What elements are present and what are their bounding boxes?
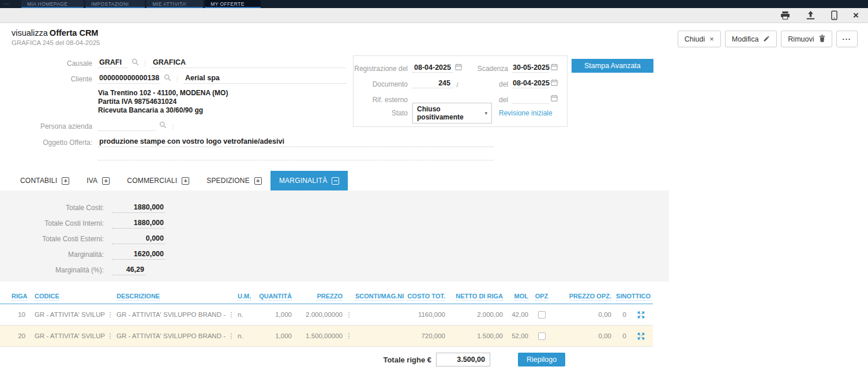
causale-label: Causale (12, 59, 92, 68)
calendar-icon[interactable] (551, 95, 558, 103)
rimuovi-button[interactable]: Rimuovi (781, 31, 832, 47)
rif-esterno-date-field[interactable] (513, 103, 548, 104)
col-header-codice[interactable]: CODICE (28, 290, 106, 304)
browser-menu-icon[interactable]: ⋯ (3, 0, 10, 8)
causale-code-field[interactable]: GRAFI (98, 58, 128, 68)
totale-righe-value: 3.500,00 (436, 353, 490, 366)
stampa-avanzata-button[interactable]: Stampa Avanzata (572, 59, 653, 73)
documento-number-field[interactable]: 245 (412, 79, 453, 88)
totale-costi-value: 1880,000 (112, 203, 165, 213)
chiudi-button[interactable]: Chiudi × (678, 31, 721, 47)
browser-tab-homepage[interactable]: MIA HOMEPAGE (21, 0, 84, 8)
pencil-icon (763, 35, 770, 43)
cell-sinottico-action (629, 304, 653, 326)
col-header-netto-di-riga[interactable]: NETTO DI RIGA (448, 290, 505, 304)
field-separator-icon: ⋮ (170, 124, 176, 130)
print-icon[interactable] (780, 11, 790, 20)
search-icon[interactable] (159, 121, 167, 130)
revisione-iniziale-link[interactable]: Revisione iniziale (499, 109, 553, 117)
registrazione-date-field[interactable]: 08-04-2025 (412, 63, 453, 73)
expand-icon[interactable] (637, 311, 645, 319)
field-separator-icon: ⋮ (174, 76, 181, 83)
scadenza-date-field[interactable]: 30-05-2025 (513, 63, 548, 73)
col-header-mol[interactable]: MOL (505, 290, 531, 304)
upload-icon[interactable] (806, 11, 816, 20)
row-handle-icon[interactable]: ⋮ (106, 326, 114, 347)
page-header: visualizzaOfferta CRM GRAFICA 245 del 08… (0, 23, 868, 51)
col-header-descrizione[interactable]: DESCRIZIONE (114, 290, 227, 304)
col-header-opz[interactable]: OPZ (531, 290, 553, 304)
page-subtitle: GRAFICA 245 del 08-04-2025 (12, 39, 100, 46)
riepilogo-button[interactable]: Riepilogo (518, 353, 565, 366)
browser-tab-attivita[interactable]: MIE ATTIVITA' (146, 0, 203, 8)
causale-description-field[interactable]: GRAFICA (152, 58, 345, 68)
table-row[interactable]: 20 GR - ATTIVITA' SVILUP ⋮ GR - ATTIVITA… (0, 326, 653, 347)
col-header-spacer (227, 290, 235, 304)
tab-label: COMMERCIALI (127, 177, 177, 185)
cliente-description-field[interactable]: Aerial spa (184, 74, 347, 84)
cell-quantita: 1,000 (254, 326, 294, 347)
expand-icon[interactable] (637, 332, 645, 340)
mobile-icon[interactable] (831, 10, 837, 20)
browser-tab-impostazioni[interactable]: IMPOSTAZIONI (85, 0, 145, 8)
col-header-spacer (106, 290, 114, 304)
persona-azienda-field[interactable] (98, 129, 156, 131)
search-icon[interactable] (164, 74, 171, 83)
tab-iva[interactable]: IVA + (78, 171, 118, 190)
chevron-down-icon: ▾ (484, 110, 487, 116)
marginalita-perc-value: 46,29 (112, 265, 145, 275)
cliente-label: Cliente (12, 75, 92, 84)
rif-esterno-label: Rif. esterno (354, 96, 408, 104)
cell-sinottico: 0 (614, 326, 629, 347)
calendar-icon[interactable] (551, 79, 558, 88)
row-handle-icon[interactable]: ⋮ (227, 326, 235, 347)
stato-select[interactable]: Chiuso positivamente ▾ (412, 103, 492, 124)
col-header-sinottico[interactable]: SINOTTICO (614, 290, 653, 304)
opz-checkbox[interactable] (538, 332, 546, 340)
cell-codice: GR - ATTIVITA' SVILUP (28, 326, 106, 347)
tab-contabili[interactable]: CONTABILI + (12, 171, 78, 190)
more-actions-button[interactable]: ··· (836, 31, 858, 47)
calendar-icon[interactable] (455, 63, 462, 72)
cell-quantita: 1,000 (254, 304, 294, 326)
totale-costi-esterni-label: Totale Costi Esterni: (0, 235, 104, 244)
tab-commerciali[interactable]: COMMERCIALI + (118, 171, 198, 190)
row-handle-icon[interactable]: ⋮ (106, 304, 114, 326)
col-header-prezzo-opz[interactable]: PREZZO OPZ. (553, 290, 614, 304)
cell-netto: 2.000,00 (448, 304, 505, 326)
oggetto-offerta-field[interactable]: produzione stampe con vostro logo vetrof… (98, 137, 494, 147)
cell-um: n. (235, 326, 254, 347)
rimuovi-button-label: Rimuovi (788, 35, 814, 43)
close-icon: × (709, 35, 714, 43)
close-icon[interactable]: × (853, 10, 859, 20)
calendar-icon[interactable] (551, 63, 558, 72)
expand-plus-icon: + (254, 177, 262, 185)
row-handle-icon[interactable]: ⋮ (227, 304, 235, 326)
oggetto-offerta-empty-line[interactable] (98, 160, 494, 160)
tab-marginalita[interactable]: MARGINALITÀ − (270, 171, 348, 190)
totale-righe-label: Totale righe € (346, 356, 431, 364)
col-header-spacer (345, 290, 353, 304)
row-handle-icon[interactable]: ⋮ (345, 304, 353, 326)
col-header-sconti[interactable]: SCONTI/MAG.NI (353, 290, 401, 304)
persona-azienda-label: Persona azienda (12, 122, 92, 131)
browser-tab-offerte[interactable]: MY OFFERTE (205, 0, 260, 8)
col-header-costo-tot[interactable]: COSTO TOT. (401, 290, 448, 304)
col-header-riga[interactable]: RIGA (0, 290, 28, 304)
page-title-prefix: visualizza (12, 28, 48, 38)
table-row[interactable]: 10 GR - ATTIVITA' SVILUP ⋮ GR - ATTIVITA… (0, 304, 653, 326)
col-header-um[interactable]: U.M. (235, 290, 254, 304)
modifica-button[interactable]: Modifica (725, 31, 777, 47)
col-header-quantita[interactable]: QUANTITÀ (254, 290, 294, 304)
documento-date-field[interactable]: 08-04-2025 (513, 79, 548, 88)
marginalita-panel: Totale Costi: 1880,000 Totale Costi Inte… (0, 190, 669, 282)
tab-spedizione[interactable]: SPEDIZIONE + (198, 171, 270, 190)
scadenza-label: Scadenza (462, 65, 508, 73)
cliente-code-field[interactable]: 000000000000138 (98, 74, 160, 84)
modifica-button-label: Modifica (732, 35, 759, 43)
table-header-row: RIGA CODICE DESCRIZIONE U.M. QUANTITÀ PR… (0, 290, 653, 304)
col-header-prezzo[interactable]: PREZZO (294, 290, 345, 304)
search-icon[interactable] (131, 58, 139, 68)
row-handle-icon[interactable]: ⋮ (345, 326, 353, 347)
opz-checkbox[interactable] (538, 311, 546, 319)
